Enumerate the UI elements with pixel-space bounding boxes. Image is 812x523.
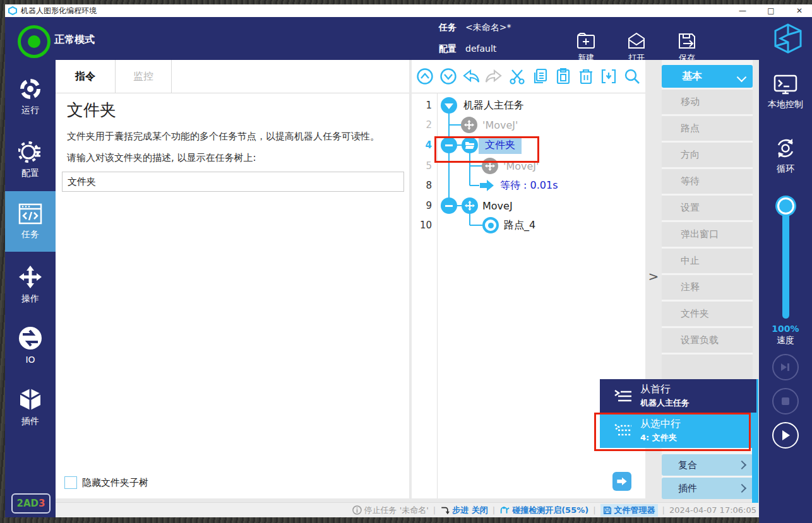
panel-collapse-handle[interactable]: > (648, 265, 659, 288)
speed-slider-thumb[interactable] (777, 197, 794, 214)
io-icon (18, 326, 43, 351)
instruction-panel: 指令 监控 文件夹 文件夹用于囊括完成某个功能的多个任务节点，以提高机器人任务可… (56, 60, 409, 498)
close-button[interactable]: ✕ (790, 4, 809, 17)
sidebar-item-config[interactable]: 配置 (5, 129, 56, 190)
move-node-icon (482, 158, 498, 174)
stop-button[interactable] (772, 388, 799, 414)
mode-indicator-icon (18, 25, 51, 58)
tree-row-folder-selected[interactable]: 4 文件夹 (412, 135, 645, 155)
collapse-icon[interactable] (441, 97, 457, 114)
command-wait[interactable]: 等待 (662, 169, 753, 194)
config-label: 配置 (439, 44, 457, 54)
collision-status[interactable]: 碰撞检测开启(55%) (499, 505, 588, 516)
cube-icon (18, 387, 43, 412)
command-comment[interactable]: 注释 (662, 275, 753, 300)
gear-icon (18, 140, 42, 164)
command-popup[interactable]: 弹出窗口 (662, 222, 753, 247)
popup-item-subtitle: 4: 文件夹 (640, 432, 681, 444)
desktop: 机器人图形化编程环境 — □ ✕ 正常模式 任务<未命名>* 配置default… (0, 0, 812, 523)
play-button[interactable] (772, 422, 799, 449)
popup-item-subtitle: 机器人主任务 (640, 397, 690, 409)
tree-row-movej-disabled[interactable]: 2 'MoveJ' (412, 115, 645, 135)
sidebar-item-label: IO (25, 355, 35, 365)
checkbox-unchecked-icon[interactable] (64, 476, 77, 489)
tree-row-label: 路点_4 (504, 219, 535, 232)
status-badge: 2AD3 (11, 493, 51, 514)
sidebar-item-io[interactable]: IO (5, 315, 56, 375)
command-direction[interactable]: 方向 (662, 143, 753, 167)
collision-icon (499, 505, 510, 515)
file-manager-text: 文件管理器 (614, 505, 655, 516)
new-task-button[interactable]: 新建 (566, 32, 606, 64)
tree-row-main-task[interactable]: 1 机器人主任务 (412, 95, 645, 115)
step-mode-status[interactable]: 步进 关闭 (440, 505, 488, 516)
tab-monitor[interactable]: 监控 (116, 60, 172, 93)
folder-node-icon (462, 137, 478, 153)
sidebar-item-plugin[interactable]: 插件 (5, 377, 56, 437)
command-waypoint[interactable]: 路点 (662, 116, 753, 141)
popup-item-from-first-line[interactable]: 从首行机器人主任务 (600, 379, 756, 413)
collapse-minus-icon[interactable] (441, 197, 457, 214)
insert-arrow-button[interactable] (612, 472, 631, 491)
command-group-basic[interactable]: 基本 (662, 65, 753, 88)
command-group-composite[interactable]: 复合 (662, 454, 753, 476)
tree-row-number: 10 (412, 220, 432, 231)
open-task-button[interactable]: 打开 (616, 32, 657, 64)
chevron-right-icon (737, 484, 746, 493)
tab-instruction[interactable]: 指令 (56, 60, 116, 93)
chevron-right-icon (737, 461, 746, 469)
sidebar-item-task[interactable]: 任务 (5, 191, 56, 252)
tree-row-waypoint[interactable]: 10 路点_4 (412, 215, 645, 235)
minimize-button[interactable]: — (733, 4, 752, 17)
command-folder[interactable]: 文件夹 (662, 302, 753, 326)
tree-row-movej-disabled-2[interactable]: 5 'MoveJ' (412, 156, 645, 176)
tree-row-number: 4 (412, 139, 432, 151)
code-window-icon (18, 203, 43, 225)
sidebar-item-label: 插件 (21, 416, 39, 427)
tree-row-movej[interactable]: 9 MoveJ (412, 196, 645, 216)
speed-slider-track[interactable] (782, 210, 789, 319)
open-icon (626, 32, 647, 50)
file-manager-button[interactable]: 文件管理器 (600, 504, 658, 517)
command-set[interactable]: 设置 (662, 196, 753, 220)
input-prompt: 请输入对该文件夹的描述, 以显示在任务树上: (67, 152, 256, 164)
command-payload[interactable]: 设置负载 (662, 328, 753, 353)
tree-row-wait[interactable]: 8 等待 : 0.01s (412, 175, 645, 196)
popup-item-from-selected-line[interactable]: 从选中行4: 文件夹 (600, 413, 756, 448)
step-button[interactable] (772, 354, 799, 380)
command-extra[interactable] (662, 355, 753, 379)
stop-icon (781, 397, 790, 406)
from-selected-line-icon (614, 422, 633, 438)
folder-description: 文件夹用于囊括完成某个功能的多个任务节点，以提高机器人任务可读性。 (67, 131, 379, 143)
tree-row-label: MoveJ (482, 200, 513, 212)
command-abort[interactable]: 中止 (662, 249, 753, 273)
collision-text: 碰撞检测开启(55%) (512, 505, 588, 516)
save-task-button[interactable]: 保存 (667, 32, 707, 64)
command-move[interactable]: 移动 (662, 90, 753, 114)
loop-button[interactable]: 循环 (759, 136, 812, 175)
step-text: 步进 关闭 (452, 505, 488, 516)
tree-row-number: 1 (412, 100, 432, 111)
speed-label: 速度 (759, 335, 812, 346)
folder-name-input[interactable] (62, 172, 404, 192)
collapse-minus-icon[interactable] (441, 137, 457, 153)
config-value: default (465, 44, 496, 54)
sidebar-item-operate[interactable]: 操作 (5, 254, 56, 315)
chevron-down-icon (737, 73, 747, 83)
brand-logo-icon (772, 22, 804, 55)
stop-task-status: 停止任务 '未命名' (352, 505, 429, 516)
tree-row-number: 2 (412, 119, 432, 131)
hide-subtree-checkbox-row[interactable]: 隐藏文件夹子树 (64, 476, 148, 489)
local-control-button[interactable]: 本地控制 (759, 74, 812, 110)
loop-label: 循环 (777, 163, 794, 175)
run-icon (18, 77, 42, 101)
command-group-plugin[interactable]: 插件 (662, 478, 753, 499)
stop-task-text: 停止任务 '未命名' (364, 505, 429, 516)
step-icon (440, 506, 450, 515)
maximize-button[interactable]: □ (761, 4, 780, 17)
move-node-icon (461, 117, 477, 133)
from-first-line-icon (614, 388, 633, 404)
status-divider: | (593, 505, 595, 515)
sidebar-item-run[interactable]: 运行 (5, 66, 56, 127)
task-value: <未命名>* (465, 22, 511, 32)
